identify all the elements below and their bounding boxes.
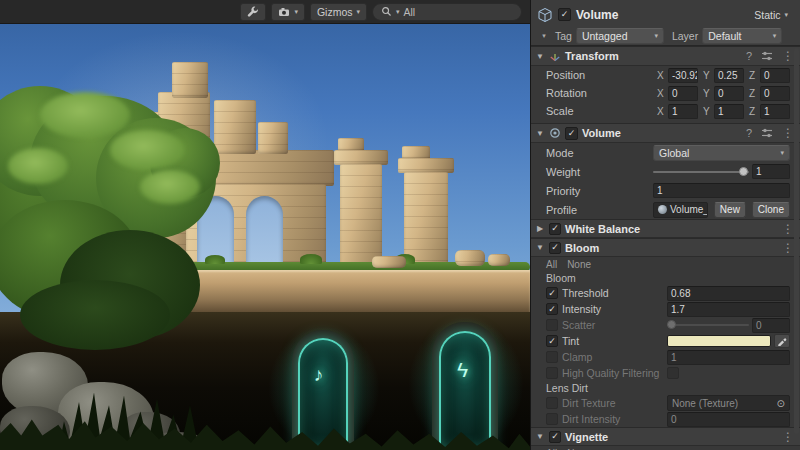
rotation-label: Rotation <box>546 87 652 99</box>
position-x-field[interactable]: -30.92 <box>668 68 698 83</box>
tint-swatch[interactable] <box>667 335 771 347</box>
scene-toolbar: ▾ Gizmos ▾ ▾ All <box>0 0 530 24</box>
volume-component-header[interactable]: ▼ ✓ Volume ? ⋮ <box>531 123 800 143</box>
ruin-block <box>172 62 208 98</box>
layer-dropdown[interactable]: Default ▾ <box>702 28 782 44</box>
threshold-override-checkbox[interactable]: ✓ <box>546 287 558 299</box>
intensity-field[interactable]: 1.7 <box>667 302 790 317</box>
eyedropper-button[interactable] <box>774 334 790 348</box>
threshold-field[interactable]: 0.68 <box>667 286 790 301</box>
dirt-intensity-field[interactable]: 0 <box>667 412 790 427</box>
hq-filtering-label: High Quality Filtering <box>562 367 663 379</box>
x-axis-label: X <box>657 88 666 99</box>
bloom-checkbox[interactable]: ✓ <box>549 242 561 254</box>
dirt-texture-label: Dirt Texture <box>562 397 663 409</box>
x-axis-label: X <box>657 70 666 81</box>
scale-x-field[interactable]: 1 <box>668 104 698 119</box>
profile-value: Volume_Gl <box>670 204 708 215</box>
presets-icon[interactable] <box>761 50 773 62</box>
scale-y-field[interactable]: 1 <box>714 104 744 119</box>
more-menu-icon[interactable]: ⋮ <box>782 242 794 254</box>
hq-filtering-override-checkbox[interactable] <box>546 367 558 379</box>
dirt-intensity-label: Dirt Intensity <box>562 413 663 425</box>
none-link[interactable]: None <box>567 259 591 270</box>
foldout-open-icon[interactable]: ▼ <box>535 52 545 61</box>
gameobject-cube-icon[interactable] <box>537 7 553 23</box>
hq-filtering-checkbox[interactable] <box>667 367 679 379</box>
tag-value: Untagged <box>582 30 628 42</box>
inspector-scrollbar[interactable] <box>794 48 799 434</box>
bloom-title: Bloom <box>565 242 599 254</box>
scene-search-field[interactable]: ▾ All <box>372 3 522 21</box>
vignette-header[interactable]: ▼ ✓ Vignette ⋮ <box>531 427 800 446</box>
rotation-z-field[interactable]: 0 <box>760 86 790 101</box>
white-balance-header[interactable]: ▶ ✓ White Balance ⋮ <box>531 219 800 238</box>
icon-dropdown-caret[interactable]: ▾ <box>537 32 551 40</box>
mode-dropdown[interactable]: Global ▾ <box>653 145 790 161</box>
dirt-texture-field[interactable]: None (Texture) ⊙ <box>667 395 790 411</box>
white-balance-checkbox[interactable]: ✓ <box>549 223 561 235</box>
foldout-open-icon[interactable]: ▼ <box>535 243 545 252</box>
dirt-texture-override-checkbox[interactable] <box>546 397 558 409</box>
weight-field[interactable]: 1 <box>752 164 790 179</box>
rotation-y-field[interactable]: 0 <box>714 86 744 101</box>
tag-dropdown[interactable]: Untagged ▾ <box>576 28 664 44</box>
object-picker-icon[interactable]: ⊙ <box>777 398 785 409</box>
fallen-stone <box>455 250 485 266</box>
white-balance-title: White Balance <box>565 223 640 235</box>
bloom-section-label: Bloom <box>531 271 800 285</box>
dirt-texture-row: Dirt Texture None (Texture) ⊙ <box>531 395 800 411</box>
rotation-x-field[interactable]: 0 <box>668 86 698 101</box>
position-y-field[interactable]: 0.25 <box>714 68 744 83</box>
foldout-closed-icon[interactable]: ▶ <box>535 224 545 233</box>
profile-object-field[interactable]: Volume_Gl ⊙ <box>653 202 708 218</box>
help-icon[interactable]: ? <box>746 128 752 139</box>
scene-view[interactable]: ♪ ϟ <box>0 0 530 450</box>
dirt-intensity-override-checkbox[interactable] <box>546 413 558 425</box>
intensity-override-checkbox[interactable]: ✓ <box>546 303 558 315</box>
position-z-field[interactable]: 0 <box>760 68 790 83</box>
column-capital <box>334 150 388 165</box>
tint-override-checkbox[interactable]: ✓ <box>546 335 558 347</box>
rune-left: ♪ <box>314 364 324 386</box>
foldout-open-icon[interactable]: ▼ <box>535 129 545 138</box>
tree-highlight <box>8 148 68 184</box>
static-dropdown[interactable]: Static ▾ <box>754 9 794 21</box>
priority-label: Priority <box>546 185 653 197</box>
camera-icon <box>278 6 290 18</box>
scatter-override-checkbox[interactable] <box>546 319 558 331</box>
tools-button[interactable] <box>240 3 266 21</box>
transform-header[interactable]: ▼ Transform ? ⋮ <box>531 46 800 66</box>
volume-title: Volume <box>582 127 621 139</box>
z-axis-label: Z <box>749 106 758 117</box>
more-menu-icon[interactable]: ⋮ <box>782 127 794 139</box>
gizmos-dropdown[interactable]: Gizmos ▾ <box>310 3 367 21</box>
vignette-checkbox[interactable]: ✓ <box>549 431 561 443</box>
camera-button[interactable]: ▾ <box>271 3 305 21</box>
scatter-field[interactable]: 0 <box>752 318 790 333</box>
scatter-slider[interactable] <box>667 317 749 333</box>
weight-slider[interactable] <box>653 164 749 180</box>
foldout-open-icon[interactable]: ▼ <box>535 432 545 441</box>
clamp-field[interactable]: 1 <box>667 350 790 365</box>
all-link[interactable]: All <box>546 259 557 270</box>
help-icon[interactable]: ? <box>746 51 752 62</box>
slider-thumb[interactable] <box>739 167 748 176</box>
more-menu-icon[interactable]: ⋮ <box>782 431 794 443</box>
volume-enabled-checkbox[interactable]: ✓ <box>565 127 578 140</box>
scale-z-field[interactable]: 1 <box>760 104 790 119</box>
active-checkbox[interactable]: ✓ <box>558 8 571 21</box>
clone-profile-button[interactable]: Clone <box>752 202 790 218</box>
more-menu-icon[interactable]: ⋮ <box>782 50 794 62</box>
more-menu-icon[interactable]: ⋮ <box>782 223 794 235</box>
clamp-label: Clamp <box>562 351 663 363</box>
glow-door-left <box>298 338 348 450</box>
bloom-header[interactable]: ▼ ✓ Bloom ⋮ <box>531 238 800 257</box>
new-profile-button[interactable]: New <box>714 202 746 218</box>
slider-thumb[interactable] <box>667 320 676 329</box>
priority-field[interactable]: 1 <box>653 183 790 198</box>
tree-highlight <box>140 170 200 204</box>
eyedropper-icon <box>777 336 787 346</box>
presets-icon[interactable] <box>761 127 773 139</box>
clamp-override-checkbox[interactable] <box>546 351 558 363</box>
